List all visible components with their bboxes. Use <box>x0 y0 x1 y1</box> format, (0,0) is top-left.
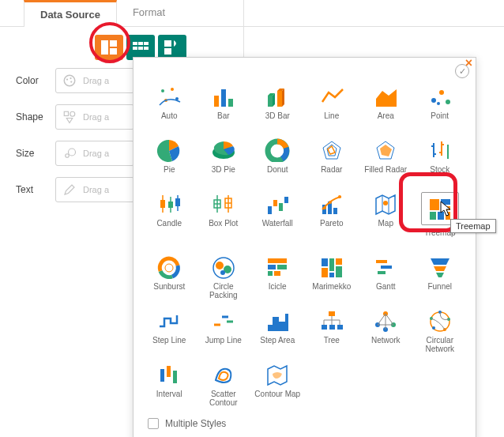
svg-rect-88 <box>329 258 334 271</box>
svg-rect-26 <box>228 99 233 107</box>
chart-type-funnel[interactable]: Funnel <box>414 252 467 303</box>
chart-type-stock[interactable]: Stock <box>414 135 467 186</box>
chart-type-circular-network[interactable]: Circular Network <box>414 306 467 356</box>
svg-marker-17 <box>66 119 73 123</box>
chart-type-donut[interactable]: Donut <box>251 135 304 186</box>
chart-label: 3D Bar <box>265 111 290 129</box>
svg-rect-59 <box>279 203 283 211</box>
svg-rect-24 <box>214 96 219 107</box>
shapes-icon <box>62 110 77 124</box>
pencil-icon <box>62 183 77 197</box>
tooltip: Treemap <box>450 219 496 233</box>
step-area-icon <box>263 309 291 333</box>
svg-rect-60 <box>284 197 288 203</box>
chart-label: Tree <box>324 336 340 353</box>
bar-icon <box>209 85 238 108</box>
tab-data-source[interactable]: Data Source <box>24 0 117 27</box>
chart-label: Candle <box>156 219 182 236</box>
svg-rect-50 <box>175 198 180 206</box>
svg-point-21 <box>171 88 174 91</box>
tree-icon <box>318 309 346 333</box>
interval-icon <box>155 363 183 386</box>
svg-marker-96 <box>434 266 446 271</box>
chart-type-3d-pie[interactable]: 3D Pie <box>197 135 250 186</box>
chart-type-pie[interactable]: Pie <box>143 135 196 186</box>
chart-type-bar[interactable]: Bar <box>197 81 250 132</box>
chart-label: Contour Map <box>254 390 300 407</box>
shelf-color[interactable]: Drag a <box>55 68 134 93</box>
chart-type-gantt[interactable]: Gantt <box>359 252 412 303</box>
chart-type-point[interactable]: Point <box>414 81 467 132</box>
contour-map-icon <box>263 363 291 386</box>
chart-type-3d-bar[interactable]: 3D Bar <box>251 81 304 132</box>
chart-label: Waterfall <box>262 219 293 236</box>
chart-type-area[interactable]: Area <box>359 81 412 132</box>
multiple-styles-checkbox[interactable] <box>148 418 159 429</box>
shelf-size[interactable]: Drag a <box>55 141 134 166</box>
svg-rect-0 <box>101 40 108 55</box>
shelf-shape[interactable]: Drag a <box>55 104 134 130</box>
chart-type-interval[interactable]: Interval <box>143 360 196 410</box>
chart-label: Circular Network <box>416 336 465 353</box>
svg-rect-1 <box>110 40 117 47</box>
svg-rect-86 <box>322 258 328 266</box>
3d-pie-icon <box>209 138 238 162</box>
chart-type-step-line[interactable]: Step Line <box>143 306 196 356</box>
filled-radar-icon <box>371 138 400 162</box>
chart-type-contour-map[interactable]: Contour Map <box>251 360 304 410</box>
svg-point-18 <box>66 154 70 158</box>
chart-type-map[interactable]: Map <box>359 189 412 249</box>
chart-type-picker: × ✓ AutoBar3D BarLineAreaPointPie3D PieD… <box>133 57 476 437</box>
chart-type-radar[interactable]: Radar <box>306 135 359 186</box>
size-icon <box>62 146 77 160</box>
shelf-text[interactable]: Drag a <box>55 177 134 202</box>
chart-type-auto[interactable]: Auto <box>143 81 196 132</box>
chart-type-box-plot[interactable]: Box Plot <box>197 189 250 249</box>
svg-rect-10 <box>164 48 171 55</box>
svg-rect-89 <box>329 273 334 277</box>
svg-rect-3 <box>133 42 137 45</box>
point-icon <box>426 85 454 108</box>
chart-label: Gantt <box>376 282 395 299</box>
tab-format[interactable]: Format <box>117 0 181 26</box>
svg-rect-90 <box>336 258 342 265</box>
chart-type-network[interactable]: Network <box>359 306 412 356</box>
shelf-placeholder: Drag a <box>83 149 109 158</box>
svg-point-64 <box>323 206 326 209</box>
confirm-icon[interactable]: ✓ <box>455 64 469 78</box>
chart-type-icicle[interactable]: Icicle <box>251 252 304 303</box>
svg-rect-125 <box>167 366 171 377</box>
chart-type-filled-radar[interactable]: Filled Radar <box>359 135 412 186</box>
chart-label: Stock <box>430 165 449 183</box>
svg-rect-87 <box>322 268 328 277</box>
chart-label: Network <box>371 336 401 353</box>
chart-type-tree[interactable]: Tree <box>306 306 359 356</box>
chart-type-sunburst[interactable]: Sunburst <box>143 252 196 303</box>
chart-type-scatter-contour[interactable]: Scatter Contour <box>197 360 250 410</box>
chart-label: Jump Line <box>205 336 242 353</box>
svg-rect-92 <box>376 260 387 263</box>
chart-type-candle[interactable]: Candle <box>143 189 196 249</box>
svg-rect-15 <box>64 111 68 115</box>
chart-type-circle-packing[interactable]: Circle Packing <box>197 252 250 303</box>
chart-type-waterfall[interactable]: Waterfall <box>251 189 304 249</box>
chart-type-line[interactable]: Line <box>306 81 359 132</box>
svg-point-13 <box>70 77 71 79</box>
sunburst-icon <box>155 255 183 279</box>
svg-rect-93 <box>381 266 392 269</box>
chart-type-pareto[interactable]: Pareto <box>306 189 359 249</box>
svg-point-65 <box>329 201 332 204</box>
svg-rect-58 <box>273 200 277 206</box>
svg-rect-81 <box>268 258 287 263</box>
chart-label: Donut <box>267 165 288 183</box>
svg-point-80 <box>220 270 225 275</box>
shelf-label-color: Color <box>16 75 47 86</box>
chart-type-step-area[interactable]: Step Area <box>251 306 304 356</box>
3d-bar-icon <box>263 85 291 108</box>
chart-label: Step Area <box>260 336 295 353</box>
chart-type-button[interactable] <box>95 35 123 60</box>
stock-icon <box>426 138 454 162</box>
chart-label: Sunburst <box>153 282 185 299</box>
chart-type-jump-line[interactable]: Jump Line <box>197 306 250 356</box>
chart-type-marimekko[interactable]: Marimekko <box>306 252 359 303</box>
